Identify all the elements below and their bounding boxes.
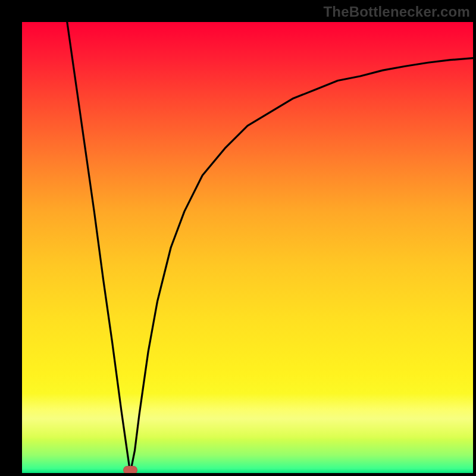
bottleneck-curve — [22, 22, 473, 473]
optimum-marker — [123, 466, 137, 473]
watermark-text: TheBottlenecker.com — [323, 4, 470, 20]
plot-area — [22, 22, 473, 473]
chart-frame: TheBottlenecker.com — [0, 0, 476, 476]
